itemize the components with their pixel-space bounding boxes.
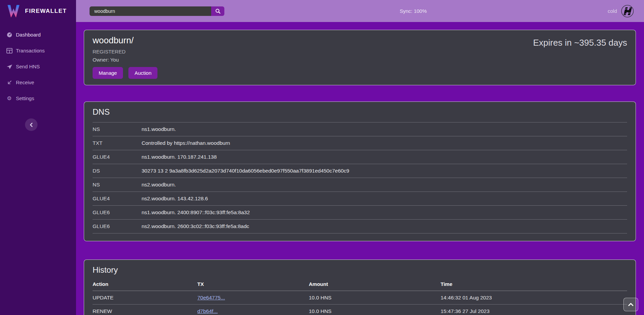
dns-record-type: TXT: [93, 140, 142, 146]
wallet-switcher[interactable]: cold: [608, 5, 634, 18]
search-input[interactable]: [90, 6, 211, 16]
dns-record-type: NS: [93, 182, 142, 188]
wallet-name-label: cold: [608, 8, 617, 14]
receive-arrow-icon: [6, 79, 13, 86]
brand: FIREWALLET: [0, 0, 76, 22]
chevron-up-icon: [628, 303, 634, 306]
sidebar-item-label: Send HNS: [16, 64, 40, 69]
send-icon: [6, 63, 13, 70]
history-header-row: Action TX Amount Time: [93, 277, 627, 291]
dns-record-value: ns2.woodburn.: [142, 182, 627, 188]
dns-record-value: 30273 13 2 9a3a8fb3d625d2a2073d740f10da6…: [142, 168, 627, 174]
domain-owner-label: Owner: You: [93, 57, 157, 63]
history-amount: 10.0 HNS: [309, 295, 441, 301]
dns-records-table: NS ns1.woodburn. TXT Controlled by https…: [93, 122, 627, 233]
sidebar-nav: Dashboard Transactions Send HNS Receive …: [0, 27, 76, 106]
dns-record-value: Controlled by https://nathan.woodburn: [142, 140, 627, 146]
domain-card-left: woodburn/ REGISTERED Owner: You Manage A…: [93, 35, 157, 79]
dns-record-value: ns1.woodburn. 170.187.241.138: [142, 154, 627, 160]
history-col-action: Action: [93, 281, 197, 287]
dns-record-value: ns1.woodburn.: [142, 126, 627, 132]
sidebar-item-transactions[interactable]: Transactions: [0, 43, 76, 59]
auction-button[interactable]: Auction: [128, 67, 157, 79]
domain-status-label: REGISTERED: [93, 49, 157, 54]
search-icon: [215, 8, 221, 14]
transactions-table-icon: [6, 47, 13, 54]
history-col-time: Time: [441, 281, 627, 287]
history-card: History Action TX Amount Time UPDATE 70e…: [84, 260, 636, 315]
content-area: Sync: 100% cold woodburn/ REGISTERED Own…: [76, 0, 644, 315]
sidebar-item-send-hns[interactable]: Send HNS: [0, 59, 76, 74]
sidebar-item-label: Settings: [16, 95, 34, 101]
dns-card: DNS NS ns1.woodburn. TXT Controlled by h…: [84, 102, 636, 241]
history-action: RENEW: [93, 308, 197, 314]
main-panel: woodburn/ REGISTERED Owner: You Manage A…: [76, 22, 644, 315]
sidebar-item-receive[interactable]: Receive: [0, 74, 76, 90]
dns-record-row: NS ns2.woodburn.: [93, 178, 627, 192]
history-table: Action TX Amount Time UPDATE 70e64775...…: [93, 277, 627, 315]
scroll-to-top-button[interactable]: [623, 298, 638, 311]
dns-record-type: GLUE4: [93, 196, 142, 202]
history-time: 14:46:32 01 Aug 2023: [441, 295, 627, 301]
chevron-left-icon: [29, 122, 33, 127]
dns-record-row: NS ns1.woodburn.: [93, 122, 627, 136]
dns-record-row: GLUE6 ns2.woodburn. 2600:3c02::f03c:93ff…: [93, 219, 627, 233]
sidebar-item-dashboard[interactable]: Dashboard: [0, 27, 76, 43]
handshake-logo-icon: [621, 5, 634, 18]
dns-record-value: ns2.woodburn. 143.42.128.6: [142, 196, 627, 202]
dns-record-value: ns1.woodburn. 2400:8907::f03c:93ff:fe5a:…: [142, 209, 627, 216]
brand-name: FIREWALLET: [25, 8, 67, 15]
dns-record-type: GLUE4: [93, 154, 142, 160]
manage-button[interactable]: Manage: [93, 67, 123, 79]
domain-card: woodburn/ REGISTERED Owner: You Manage A…: [84, 30, 636, 85]
dns-record-row: GLUE4 ns1.woodburn. 170.187.241.138: [93, 150, 627, 164]
sidebar-collapse-button[interactable]: [25, 118, 38, 131]
topbar: Sync: 100% cold: [76, 0, 644, 22]
history-time: 15:47:36 27 Jul 2023: [441, 308, 627, 314]
expires-label: Expires in ~395.35 days: [533, 38, 627, 79]
tx-link[interactable]: d7b64f...: [197, 308, 218, 314]
dns-record-row: DS 30273 13 2 9a3a8fb3d625d2a2073d740f10…: [93, 164, 627, 178]
search-button[interactable]: [211, 6, 224, 16]
dns-record-row: TXT Controlled by https://nathan.woodbur…: [93, 136, 627, 150]
sidebar-item-label: Transactions: [16, 48, 45, 53]
dns-card-title: DNS: [93, 107, 627, 117]
dns-record-type: DS: [93, 168, 142, 174]
sidebar: FIREWALLET Dashboard Transactions Send H…: [0, 0, 76, 315]
sidebar-item-label: Dashboard: [16, 32, 41, 38]
dns-record-type: GLUE6: [93, 209, 142, 216]
dns-record-type: NS: [93, 126, 142, 132]
firewallet-logo-icon: [5, 4, 21, 19]
domain-name-title: woodburn/: [93, 35, 157, 46]
history-row: RENEW d7b64f... 10.0 HNS 15:47:36 27 Jul…: [93, 305, 627, 315]
history-col-amount: Amount: [309, 281, 441, 287]
tx-link[interactable]: 70e64775...: [197, 295, 225, 300]
dns-record-type: GLUE6: [93, 223, 142, 229]
sidebar-item-settings[interactable]: ⚙ Settings: [0, 90, 76, 106]
domain-actions: Manage Auction: [93, 67, 157, 79]
dns-record-value: ns2.woodburn. 2600:3c02::f03c:93ff:fe5a:…: [142, 223, 627, 229]
dns-record-row: GLUE4 ns2.woodburn. 143.42.128.6: [93, 192, 627, 205]
sidebar-item-label: Receive: [16, 80, 34, 85]
dns-record-row: GLUE6 ns1.woodburn. 2400:8907::f03c:93ff…: [93, 205, 627, 219]
dashboard-gauge-icon: [6, 31, 13, 38]
sync-status: Sync: 100%: [400, 0, 427, 22]
history-row: UPDATE 70e64775... 10.0 HNS 14:46:32 01 …: [93, 291, 627, 305]
history-action: UPDATE: [93, 295, 197, 301]
history-card-title: History: [93, 265, 627, 275]
search-group: [90, 6, 224, 16]
gear-icon: ⚙: [6, 95, 13, 102]
history-amount: 10.0 HNS: [309, 308, 441, 314]
history-col-tx: TX: [197, 281, 309, 287]
